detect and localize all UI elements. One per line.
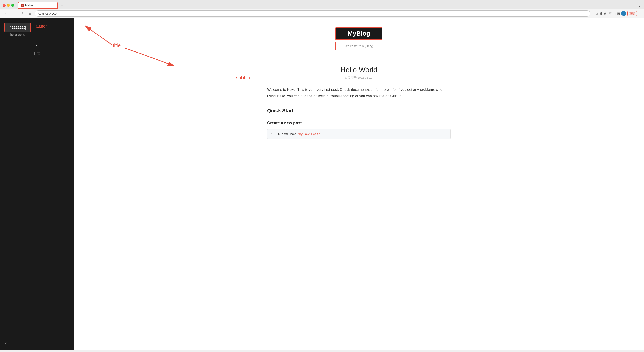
sidebar-close-button[interactable]: × [4,341,7,346]
tabs-row: N MyBlog × + [18,2,589,9]
body-end: or you can ask me on [354,94,390,98]
active-tab[interactable]: N MyBlog × [18,2,58,9]
minimize-traffic-light[interactable] [7,4,10,7]
blog-header: MyBlog Welcome to my blog [83,18,635,57]
code-prefix: $ hexo new [278,132,298,136]
share-icon[interactable]: ↑ [592,12,594,16]
filter-icon[interactable]: ▽ [609,12,611,16]
middle-text: ! This is your very first post. Check [296,88,351,92]
line-number: 1 [271,132,274,137]
body-period: . [402,94,402,98]
sidebar-hello: hello world [10,33,25,36]
code-text: $ hexo new "My New Post" [278,132,320,137]
nav-right-icons: ↑ ☆ ⚙ ◎ ▽ m ⊞ zq 更新 ⋮ [592,11,641,16]
sidebar-username[interactable]: hzzzzzzq [4,23,31,32]
back-button[interactable]: ‹ [3,10,9,16]
browser-chrome: N MyBlog × + ⌄ ‹ › ↺ ⌂ localhost:4000 ↑ … [0,0,644,18]
update-button[interactable]: 更新 [628,11,637,16]
post-date: □ 发表于 2022-01-18 [83,76,635,80]
sidebar-divider [8,40,66,40]
tab-title: MyBlog [25,4,34,7]
calendar-icon: □ [346,76,347,80]
avatar-icon[interactable]: zq [621,11,626,16]
create-post-heading: Create a new post [267,120,450,126]
extension-icon[interactable]: ⚙ [600,12,603,16]
intro-text: Welcome to [267,88,287,92]
code-line: 1 $ hexo new "My New Post" [268,129,450,139]
url-text: localhost:4000 [38,12,56,15]
sidebar-post-count: 1 [0,44,74,51]
code-block: 1 $ hexo new "My New Post" [267,129,450,139]
window-expand-icon[interactable]: ⌄ [637,2,641,8]
author-label: author [35,24,47,29]
hexo-link[interactable]: Hexo [287,88,296,92]
post-body: Welcome to Hexo! This is your very first… [267,86,450,139]
puzzle-icon[interactable]: ⊞ [617,12,620,16]
main-area: hzzzzzzq hello world author 1 日志 × MyBlo… [0,18,644,350]
post-intro-paragraph: Welcome to Hexo! This is your very first… [267,86,450,100]
page-content: MyBlog Welcome to my blog Hello World □ … [74,18,644,350]
maximize-traffic-light[interactable] [11,4,14,7]
close-traffic-light[interactable] [3,4,6,7]
tab-close-button[interactable]: × [51,4,55,7]
traffic-lights [3,4,14,7]
title-bar: N MyBlog × + ⌄ [0,0,644,9]
sidebar-post-label: 日志 [0,52,74,56]
blog-title: MyBlog [336,27,382,40]
blog-subtitle: Welcome to my blog [336,42,382,50]
cast-icon[interactable]: ◎ [604,12,607,16]
bookmark-icon[interactable]: ☆ [595,12,598,16]
sidebar-header-row: hzzzzzzq hello world author [0,23,74,36]
new-tab-button[interactable]: + [59,3,65,9]
home-button[interactable]: ⌂ [27,10,33,16]
nav-bar: ‹ › ↺ ⌂ localhost:4000 ↑ ☆ ⚙ ◎ ▽ m ⊞ zq … [0,9,644,18]
refresh-button[interactable]: ↺ [19,10,25,16]
post-date-text: 发表于 2022-01-18 [348,76,372,80]
blog-header-inner: MyBlog Welcome to my blog [336,27,382,50]
post-title: Hello World [83,66,635,74]
more-icon[interactable]: ⋮ [638,12,641,15]
docs-link[interactable]: documentation [351,88,374,92]
address-bar[interactable]: localhost:4000 [35,10,590,16]
troubleshoot-link[interactable]: troubleshooting [330,94,354,98]
forward-button[interactable]: › [11,10,17,16]
github-link[interactable]: GitHub [390,94,402,98]
code-string: "My New Post" [298,132,320,136]
tab-favicon: N [21,4,24,7]
quick-start-heading: Quick Start [267,106,450,115]
sidebar: hzzzzzzq hello world author 1 日志 × [0,18,74,350]
m-icon[interactable]: m [613,12,616,16]
